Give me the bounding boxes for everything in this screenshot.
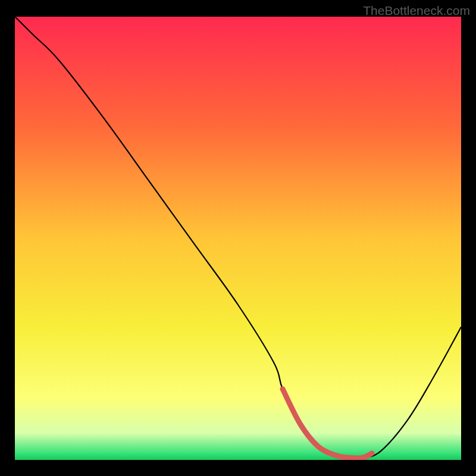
watermark-text: TheBottleneck.com bbox=[363, 4, 470, 18]
chart-canvas bbox=[15, 17, 461, 460]
chart-svg bbox=[15, 17, 461, 460]
gradient-background bbox=[15, 17, 461, 460]
